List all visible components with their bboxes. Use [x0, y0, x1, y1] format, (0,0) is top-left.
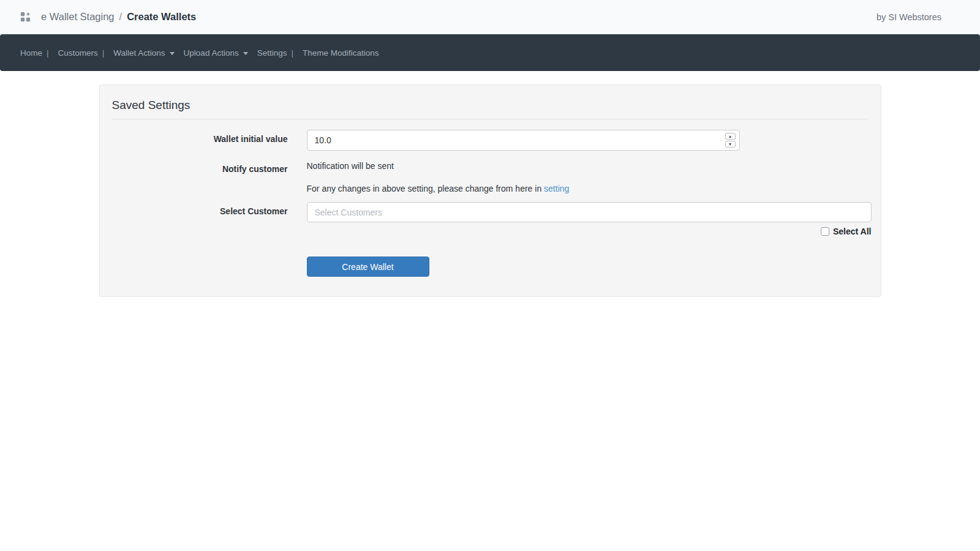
nav-separator: |: [102, 48, 105, 58]
nav-separator: |: [291, 48, 293, 58]
select-all-label: Select All: [833, 227, 872, 236]
notify-customer-label: Notify customer: [112, 160, 288, 193]
page-title: Create Wallets: [127, 11, 196, 23]
nav-separator: |: [47, 48, 49, 58]
select-all-row: Select All: [307, 227, 872, 236]
caret-down-icon: [170, 52, 175, 55]
select-customer-row: Select Customer Select All: [112, 202, 870, 236]
nav-item-home[interactable]: Home |: [20, 48, 49, 58]
select-customers-input[interactable]: [307, 202, 872, 222]
settings-help-text: For any changes in above setting, please…: [307, 184, 570, 193]
spinner-down-button[interactable]: ▼: [725, 141, 736, 148]
select-all-checkbox[interactable]: [821, 227, 829, 236]
create-wallet-button[interactable]: Create Wallet: [307, 257, 429, 277]
notification-status-text: Notification will be sent: [307, 160, 570, 171]
nav-item-customers[interactable]: Customers |: [58, 48, 105, 58]
caret-down-icon: [243, 52, 248, 55]
wallet-initial-value-row: Wallet initial value ▲ ▼: [112, 130, 870, 151]
nav-item-theme-modifications[interactable]: Theme Modifications: [303, 48, 379, 58]
vendor-byline: by SI Webstores: [876, 12, 941, 22]
apps-grid-icon: [20, 12, 31, 22]
submit-row: Create Wallet: [112, 257, 870, 277]
wallet-initial-value-label: Wallet initial value: [112, 130, 288, 151]
nav-item-settings[interactable]: Settings |: [257, 48, 293, 58]
saved-settings-panel: Saved Settings Wallet initial value ▲ ▼: [99, 84, 881, 297]
panel-title-wrap: Saved Settings: [112, 94, 869, 119]
notify-customer-row: Notify customer Notification will be sen…: [112, 160, 870, 193]
number-spinner: ▲ ▼: [725, 133, 736, 148]
top-bar: e Wallet Staging / Create Wallets by SI …: [0, 0, 980, 34]
spinner-up-button[interactable]: ▲: [725, 133, 736, 140]
setting-link[interactable]: setting: [544, 184, 569, 193]
panel-title: Saved Settings: [112, 94, 869, 112]
chevron-down-icon: ▼: [728, 142, 733, 146]
wallet-initial-value-input[interactable]: [307, 130, 740, 151]
breadcrumb-app-name[interactable]: e Wallet Staging: [41, 11, 115, 23]
breadcrumb-separator: /: [119, 11, 123, 23]
chevron-up-icon: ▲: [728, 134, 733, 138]
main-navbar: Home | Customers | Wallet Actions Upload…: [0, 34, 980, 71]
nav-item-wallet-actions[interactable]: Wallet Actions: [113, 48, 174, 58]
create-wallet-form: Wallet initial value ▲ ▼ Notify c: [100, 130, 881, 277]
nav-item-upload-actions[interactable]: Upload Actions: [184, 48, 248, 58]
select-customer-label: Select Customer: [112, 202, 288, 236]
